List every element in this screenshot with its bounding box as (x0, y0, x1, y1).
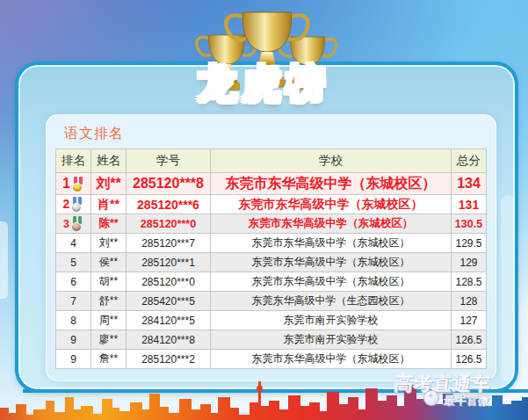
school-cell: 东莞市东华高级中学（东城校区） (211, 272, 452, 292)
rank-cell: 2 (56, 195, 91, 214)
rank-number: 4 (70, 237, 76, 250)
score-cell: 131 (452, 195, 487, 214)
student-id-cell: 285120***0 (127, 272, 211, 292)
header-rank: 排名 (56, 149, 91, 173)
student-id-cell: 285120***7 (127, 234, 211, 253)
rank-number: 8 (70, 315, 76, 327)
table-row: 9 詹** 285120***2 东莞市东华高级中学（东城校区） 126.5 (56, 350, 487, 369)
rank-number: 1 (62, 176, 70, 191)
table-row: 5 侯** 285120***1 东莞市东华高级中学（东城校区） 129 (56, 253, 487, 272)
school-cell: 东莞市东华高级中学（东城校区） (211, 350, 452, 369)
leaderboard-card: 语文排名 排名 姓名 学号 学校 总分 1 刘** 285120***8 东莞市… (15, 62, 518, 393)
score-cell: 128 (452, 292, 487, 311)
name-cell: 周** (91, 311, 127, 330)
student-id-cell: 285120***1 (127, 253, 211, 272)
school-cell: 东莞市东华高级中学（东城校区） (211, 214, 452, 234)
name-cell: 肖** (91, 195, 127, 214)
name-cell: 刘** (91, 234, 127, 253)
score-cell: 129.5 (452, 234, 487, 253)
rank-cell: 7 (56, 292, 91, 311)
school-cell: 东莞市南开实验学校 (211, 311, 452, 330)
poster-title: 龙虎榜 (199, 58, 330, 110)
student-id-cell: 285120***2 (127, 350, 211, 369)
name-cell: 詹** (91, 350, 127, 369)
student-id-cell: 285120***0 (127, 214, 211, 234)
watermark-sub: 最牛官微 (443, 393, 490, 409)
table-row: 7 舒** 285420***5 东莞东华高级中学（生态园校区） 128 (56, 292, 487, 311)
rank-cell: 8 (56, 311, 91, 330)
table-row: 3 陈** 285120***0 东莞市东华高级中学（东城校区） 130.5 (56, 214, 487, 234)
name-cell: 陈** (91, 214, 127, 234)
score-cell: 126.5 (452, 350, 487, 369)
table-row: 8 周** 284120***5 东莞市南开实验学校 127 (56, 311, 487, 330)
ranking-table: 排名 姓名 学号 学校 总分 1 刘** 285120***8 东莞市东华高级中… (55, 148, 487, 369)
rank-number: 5 (70, 257, 76, 269)
rank-cell: 1 (56, 173, 91, 195)
student-id-cell: 285420***5 (127, 292, 211, 311)
table-header-row: 排名 姓名 学号 学校 总分 (56, 149, 487, 173)
rank-cell: 4 (56, 234, 91, 253)
header-student-id: 学号 (127, 149, 211, 173)
table-row: 9 廖** 284120***8 东莞市南开实验学校 126.5 (56, 330, 487, 350)
score-cell: 130.5 (452, 214, 487, 234)
rank-number: 2 (63, 197, 70, 211)
header-score: 总分 (452, 149, 487, 173)
name-cell: 舒** (91, 292, 127, 311)
student-id-cell: 285120***8 (127, 173, 211, 195)
watermark-logo-icon (423, 390, 439, 406)
name-cell: 侯** (91, 253, 127, 272)
name-cell: 廖** (91, 330, 127, 350)
gold-medal-icon (73, 177, 84, 192)
school-cell: 东莞市南开实验学校 (211, 330, 452, 350)
score-cell: 127 (452, 311, 487, 330)
rank-cell: 5 (56, 253, 91, 272)
score-cell: 126.5 (452, 330, 487, 350)
rank-cell: 9 (56, 330, 91, 350)
table-row: 1 刘** 285120***8 东莞市东华高级中学（东城校区） 134 (56, 173, 487, 195)
table-row: 6 胡** 285120***0 东莞市东华高级中学（东城校区） 128.5 (56, 272, 487, 292)
glare-highlight-left (0, 221, 8, 299)
school-cell: 东莞市东华高级中学（东城校区） (211, 173, 452, 195)
school-cell: 东莞市东华高级中学（东城校区） (211, 234, 452, 253)
rank-cell: 9 (56, 350, 91, 369)
silver-medal-icon (72, 197, 83, 213)
header-school: 学校 (211, 149, 452, 173)
table-row: 2 肖** 285120***6 东莞市东华高级中学（东城校区） 131 (56, 195, 487, 214)
section-title: 语文排名 (64, 125, 495, 143)
school-cell: 东莞东华高级中学（生态园校区） (211, 292, 452, 311)
name-cell: 刘** (91, 173, 127, 195)
school-cell: 东莞市东华高级中学（东城校区） (211, 195, 452, 214)
header-name: 姓名 (91, 149, 127, 173)
rank-number: 3 (63, 218, 69, 230)
rank-cell: 3 (56, 214, 91, 234)
school-cell: 东莞市东华高级中学（东城校区） (211, 253, 452, 272)
rank-number: 6 (70, 276, 76, 288)
rank-cell: 6 (56, 272, 91, 292)
bronze-medal-icon (72, 216, 83, 232)
rank-number: 9 (70, 334, 76, 346)
rank-number: 7 (70, 295, 76, 308)
student-id-cell: 284120***5 (127, 311, 211, 330)
rank-number: 9 (70, 353, 76, 366)
name-cell: 胡** (91, 272, 127, 292)
student-id-cell: 285120***6 (127, 195, 211, 214)
score-cell: 129 (452, 253, 487, 272)
ranking-panel: 语文排名 排名 姓名 学号 学校 总分 1 刘** 285120***8 东莞市… (46, 114, 496, 381)
score-cell: 128.5 (452, 272, 487, 292)
glare-highlight-right (501, 195, 515, 381)
table-body: 1 刘** 285120***8 东莞市东华高级中学（东城校区） 134 2 肖… (56, 173, 487, 369)
score-cell: 134 (452, 173, 487, 195)
poster-title-wrap: 龙虎榜 (0, 58, 528, 110)
student-id-cell: 284120***8 (127, 330, 211, 350)
leaderboard-poster: 语文排名 排名 姓名 学号 学校 总分 1 刘** 285120***8 东莞市… (0, 0, 528, 420)
table-row: 4 刘** 285120***7 东莞市东华高级中学（东城校区） 129.5 (56, 234, 487, 253)
